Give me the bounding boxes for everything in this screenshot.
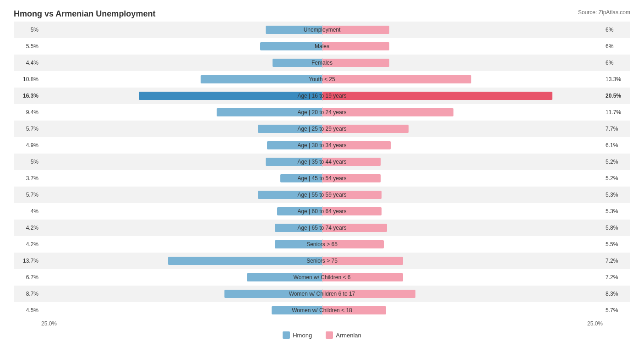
row-label: Seniors > 75 — [306, 258, 338, 264]
left-half — [41, 91, 322, 101]
bar-row: 8.7%Women w/ Children 6 to 178.3% — [14, 286, 630, 302]
right-half — [322, 91, 603, 101]
right-value: 5.2% — [603, 175, 630, 182]
bar-row: 5%Unemployment6% — [14, 22, 630, 38]
left-half — [41, 190, 322, 200]
legend-hmong-label: Hmong — [293, 332, 312, 339]
chart-title: Hmong vs Armenian Unemployment — [14, 9, 155, 19]
left-value: 4.5% — [14, 307, 41, 314]
bars-area: Females — [41, 58, 603, 68]
bars-area: Age | 35 to 44 years — [41, 157, 603, 167]
bars-area: Age | 20 to 24 years — [41, 107, 603, 117]
bar-hmong — [260, 42, 322, 50]
left-half — [41, 173, 322, 183]
right-value: 6% — [603, 43, 630, 50]
bar-row: 4.4%Females6% — [14, 55, 630, 71]
right-value: 5.7% — [603, 307, 630, 314]
right-half — [322, 256, 603, 266]
right-value: 7.7% — [603, 126, 630, 132]
left-value: 6.7% — [14, 274, 41, 281]
right-half — [322, 272, 603, 282]
left-value: 8.7% — [14, 291, 41, 297]
legend-armenian-label: Armenian — [336, 332, 361, 339]
bar-row: 10.8%Youth < 2513.3% — [14, 71, 630, 88]
right-half — [322, 289, 603, 299]
left-half — [41, 305, 322, 315]
left-value: 10.8% — [14, 76, 41, 83]
left-value: 5.7% — [14, 192, 41, 198]
right-half — [322, 206, 603, 216]
left-half — [41, 289, 322, 299]
row-label: Age | 45 to 54 years — [297, 175, 346, 182]
left-value: 5.7% — [14, 126, 41, 132]
left-half — [41, 223, 322, 233]
bars-area: Age | 25 to 29 years — [41, 124, 603, 134]
source-label: Source: ZipAtlas.com — [578, 9, 630, 16]
right-value: 11.7% — [603, 109, 630, 116]
right-value: 8.3% — [603, 291, 630, 297]
left-value: 16.3% — [14, 93, 41, 99]
row-label: Unemployment — [304, 27, 341, 33]
right-value: 13.3% — [603, 76, 630, 83]
right-half — [322, 157, 603, 167]
left-value: 13.7% — [14, 258, 41, 264]
left-half — [41, 107, 322, 117]
axis-left-label: 25.0% — [41, 320, 57, 327]
row-label: Age | 25 to 29 years — [297, 126, 346, 132]
left-value: 4% — [14, 208, 41, 215]
bar-hmong — [201, 75, 322, 83]
bars-area: Males — [41, 41, 603, 51]
right-value: 5.2% — [603, 159, 630, 165]
row-label: Women w/ Children < 18 — [292, 307, 352, 314]
left-half — [41, 140, 322, 150]
legend-hmong: Hmong — [283, 331, 312, 339]
bar-row: 3.7%Age | 45 to 54 years5.2% — [14, 170, 630, 187]
right-half — [322, 25, 603, 35]
bars-area: Youth < 25 — [41, 74, 603, 84]
row-label: Age | 65 to 74 years — [297, 225, 346, 231]
bar-row: 16.3%Age | 16 to 19 years20.5% — [14, 88, 630, 104]
bars-area: Women w/ Children 6 to 17 — [41, 289, 603, 299]
left-value: 4.9% — [14, 142, 41, 149]
right-half — [322, 41, 603, 51]
bar-row: 9.4%Age | 20 to 24 years11.7% — [14, 104, 630, 121]
bars-area: Unemployment — [41, 25, 603, 35]
row-label: Youth < 25 — [309, 76, 335, 83]
right-value: 5.8% — [603, 225, 630, 231]
left-half — [41, 157, 322, 167]
row-label: Females — [311, 60, 333, 66]
bar-row: 6.7%Women w/ Children < 67.2% — [14, 269, 630, 286]
bars-area: Age | 55 to 59 years — [41, 190, 603, 200]
bar-row: 13.7%Seniors > 757.2% — [14, 253, 630, 269]
legend-armenian: Armenian — [326, 331, 361, 339]
right-value: 5.3% — [603, 192, 630, 198]
left-half — [41, 41, 322, 51]
bar-armenian — [322, 75, 471, 83]
legend: Hmong Armenian — [14, 331, 630, 339]
bar-hmong — [168, 257, 322, 265]
left-half — [41, 206, 322, 216]
right-half — [322, 239, 603, 249]
bars-area: Age | 45 to 54 years — [41, 173, 603, 183]
row-label: Age | 20 to 24 years — [297, 109, 346, 116]
bar-hmong — [139, 92, 322, 100]
left-value: 3.7% — [14, 175, 41, 182]
left-value: 9.4% — [14, 109, 41, 116]
left-value: 5% — [14, 159, 41, 165]
row-label: Age | 16 to 19 years — [297, 93, 346, 99]
row-label: Age | 55 to 59 years — [297, 192, 346, 198]
bar-row: 4%Age | 60 to 64 years5.3% — [14, 203, 630, 220]
row-label: Males — [315, 43, 329, 50]
legend-hmong-box — [283, 331, 290, 339]
left-value: 4.4% — [14, 60, 41, 66]
bar-row: 4.2%Seniors > 655.5% — [14, 236, 630, 253]
left-half — [41, 272, 322, 282]
right-half — [322, 74, 603, 84]
left-value: 4.2% — [14, 225, 41, 231]
row-label: Seniors > 65 — [306, 241, 338, 248]
bar-armenian — [322, 42, 389, 50]
bar-row: 5%Age | 35 to 44 years5.2% — [14, 154, 630, 170]
bars-area: Seniors > 65 — [41, 239, 603, 249]
bar-armenian — [322, 92, 552, 100]
bars-area: Age | 60 to 64 years — [41, 206, 603, 216]
